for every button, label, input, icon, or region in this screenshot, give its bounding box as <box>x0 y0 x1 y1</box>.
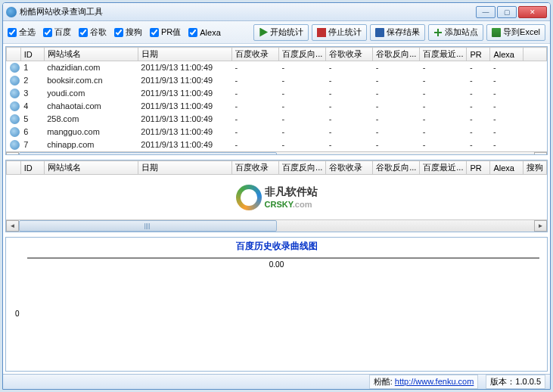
crsky-logo: 非凡软件站 CRSKY.com <box>236 185 318 210</box>
chart-title: 百度历史收录曲线图 <box>6 238 547 255</box>
window-title: 粉酷网站收录查询工具 <box>20 6 476 17</box>
table-row[interactable]: 7chinapp.com2011/9/13 11:00:49------- <box>7 138 547 151</box>
col-baidu-index[interactable]: 百度收录 <box>232 48 279 61</box>
app-window: 粉酷网站收录查询工具 — ▢ ✕ 全选 百度 谷歌 搜狗 PR值 Alexa 开… <box>2 2 551 390</box>
globe-icon <box>10 114 20 124</box>
chart-plot-area <box>27 257 539 259</box>
checkbox-baidu[interactable]: 百度 <box>43 26 71 38</box>
col-id[interactable]: ID <box>20 48 44 61</box>
col-pr[interactable]: PR <box>467 48 490 61</box>
secondary-grid-pane: ID 网站域名 日期 百度收录 百度反向... 谷歌收录 谷歌反向... 百度最… <box>5 160 548 232</box>
results-grid-pane: ID 网站域名 日期 百度收录 百度反向... 谷歌收录 谷歌反向... 百度最… <box>5 46 548 155</box>
checkbox-sogou[interactable]: 搜狗 <box>114 26 142 38</box>
globe-icon <box>10 127 20 137</box>
save-icon <box>375 28 384 37</box>
minimize-button[interactable]: — <box>476 6 496 18</box>
globe-icon <box>10 101 20 111</box>
checkbox-select-all[interactable]: 全选 <box>8 26 36 38</box>
table-row[interactable]: 3youdi.com2011/9/13 11:00:49------- <box>7 87 547 100</box>
export-excel-button[interactable]: 导到Excel <box>486 24 545 41</box>
chart-y-label: 0 <box>15 309 20 317</box>
save-button[interactable]: 保存结果 <box>370 24 425 41</box>
col-domain[interactable]: 网站域名 <box>44 48 138 61</box>
toolbar: 全选 百度 谷歌 搜狗 PR值 Alexa 开始统计 停止统计 保存结果 添加站… <box>3 21 550 44</box>
scroll-right-button[interactable]: ► <box>534 152 547 155</box>
globe-icon <box>10 140 20 150</box>
globe-icon <box>10 89 20 98</box>
version-text: 1.0.0.5 <box>515 377 541 386</box>
table-row[interactable]: 1chazidian.com2011/9/13 11:00:49------- <box>7 61 547 74</box>
table-row[interactable]: 5258.com2011/9/13 11:00:49------- <box>7 113 547 126</box>
start-button[interactable]: 开始统计 <box>253 24 309 41</box>
col-alexa[interactable]: Alexa <box>490 48 523 61</box>
checkbox-alexa[interactable]: Alexa <box>188 28 221 37</box>
logo-swirl-icon <box>236 185 262 210</box>
col-google-back[interactable]: 谷歌反向... <box>373 48 420 61</box>
chart-pane: 百度历史收录曲线图 0 0.00 <box>5 237 548 372</box>
col-baidu-recent[interactable]: 百度最近... <box>420 48 467 61</box>
col-baidu-back[interactable]: 百度反向... <box>279 48 326 61</box>
app-icon <box>6 7 17 17</box>
add-site-button[interactable]: 添加站点 <box>428 24 483 41</box>
globe-icon <box>10 76 20 86</box>
titlebar[interactable]: 粉酷网站收录查询工具 — ▢ ✕ <box>3 3 550 21</box>
stop-icon <box>317 28 326 37</box>
plus-icon <box>433 28 443 37</box>
table-row[interactable]: 6mangguo.com2011/9/13 11:00:49------- <box>7 126 547 138</box>
horizontal-scrollbar-2[interactable]: ◄ ► <box>6 219 547 232</box>
scroll-left-button[interactable]: ◄ <box>6 152 19 155</box>
status-bar: 粉酷: http://www.fenku.com 版本：1.0.0.5 <box>3 374 550 389</box>
chart-x-label: 0.00 <box>6 260 547 269</box>
play-icon <box>259 28 268 37</box>
globe-icon <box>10 63 20 73</box>
table-row[interactable]: 4chahaotai.com2011/9/13 11:00:49------- <box>7 100 547 113</box>
horizontal-scrollbar[interactable]: ◄ ► <box>6 151 547 156</box>
checkbox-google[interactable]: 谷歌 <box>79 26 107 38</box>
checkbox-pr[interactable]: PR值 <box>150 26 181 38</box>
table-row[interactable]: 2booksir.com.cn2011/9/13 11:00:49------- <box>7 74 547 87</box>
secondary-grid[interactable]: ID 网站域名 日期 百度收录 百度反向... 谷歌收录 谷歌反向... 百度最… <box>6 160 547 175</box>
scrollbar-thumb[interactable] <box>19 152 277 155</box>
results-grid[interactable]: ID 网站域名 日期 百度收录 百度反向... 谷歌收录 谷歌反向... 百度最… <box>6 47 547 151</box>
excel-icon <box>492 28 501 37</box>
grid-header-row[interactable]: ID 网站域名 日期 百度收录 百度反向... 谷歌收录 谷歌反向... 百度最… <box>7 48 547 61</box>
col-date[interactable]: 日期 <box>138 48 231 61</box>
stop-button[interactable]: 停止统计 <box>312 24 367 41</box>
close-button[interactable]: ✕ <box>518 6 547 18</box>
maximize-button[interactable]: ▢ <box>497 6 517 18</box>
col-google-index[interactable]: 谷歌收录 <box>326 48 373 61</box>
homepage-link[interactable]: http://www.fenku.com <box>395 377 474 386</box>
